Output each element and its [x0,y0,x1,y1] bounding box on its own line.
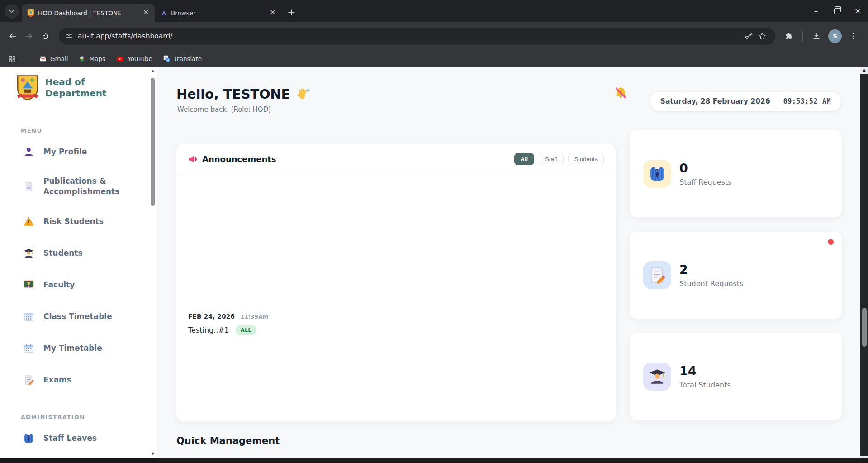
sidebar-scrollbar: ▲ ▼ [150,67,156,458]
browser-window: HOD Dashboard | TESTONE × Browser × + – … [0,0,868,463]
site-settings-icon[interactable] [65,32,73,40]
notifications-muted-bell-icon[interactable] [613,86,628,100]
announcements-title: Announcements [202,154,276,164]
scroll-down-icon[interactable]: ▼ [150,450,156,458]
datetime-divider [777,97,777,106]
warning-icon [24,216,34,227]
calendar-icon [24,311,34,322]
person-icon [24,147,34,157]
sidebar-item-my-timetable[interactable]: My Timetable [0,332,157,364]
bookmark-maps[interactable]: Maps [79,55,105,62]
sidebar-item-class-timetable[interactable]: Class Timetable [0,301,157,332]
tab-hod-dashboard[interactable]: HOD Dashboard | TESTONE × [22,4,155,22]
toolbar-actions: S [781,28,862,44]
student-requests-card[interactable]: 2 Student Requests [630,232,842,319]
downloads-icon[interactable] [808,28,825,44]
waving-hand-icon [295,87,309,101]
sidebar-item-my-profile[interactable]: My Profile [0,136,157,167]
datetime-display: Saturday, 28 February 2026 09:53:52 AM [650,91,841,111]
sidebar-item-publications[interactable]: Publications & Accomplishments [0,167,157,205]
page-scrollbar-thumb[interactable] [862,308,867,347]
restore-icon [834,8,840,14]
necktie-icon [643,160,671,188]
scroll-up-icon[interactable]: ▲ [860,67,868,74]
password-key-icon[interactable] [742,28,755,44]
spiral-calendar-icon [24,343,34,353]
sidebar-item-students[interactable]: Students [0,237,157,269]
tab-strip: HOD Dashboard | TESTONE × Browser × + – … [0,0,868,22]
total-students-count: 14 [679,364,731,378]
filter-students-button[interactable]: Students [568,153,604,165]
window-controls: – × [806,0,868,22]
browser-a-favicon [161,10,167,16]
close-button[interactable]: × [847,0,868,22]
announcements-list: FEB 24, 2026 11:39AM Testing..#1 ALL [176,174,616,335]
admin-section-label: ADMINISTRATION [21,414,157,420]
student-requests-count: 2 [679,263,743,277]
student-icon [24,248,34,258]
filter-all-button[interactable]: All [514,153,535,165]
memo-icon [24,375,34,385]
address-bar[interactable]: au-it.app/staffs/dashboard/ [59,28,775,45]
tab-search-button[interactable] [5,4,19,19]
sidebar-item-faculty[interactable]: Faculty [0,269,157,301]
bookmarks-bar: Gmail Maps YouTube Translate [0,51,868,67]
maps-icon [79,55,85,62]
reload-button[interactable] [37,28,53,44]
tab-close-icon[interactable]: × [268,9,277,18]
minimize-button[interactable]: – [806,0,826,22]
tab-close-icon[interactable]: × [142,9,151,18]
window-bottom-edge [0,458,868,463]
scroll-up-icon[interactable]: ▲ [150,67,156,75]
announcements-card: Announcements All Staff Students FEB 24,… [176,144,616,421]
page-scrollbar: ▲ ▼ [860,67,868,463]
sidebar-scrollbar-thumb[interactable] [151,78,155,206]
page-content: Head of Department MENU My Profile Publi… [0,67,868,463]
page-header: Hello, TESTONE [176,86,309,102]
back-button[interactable] [5,28,21,44]
quick-management-title: Quick Management [176,435,280,446]
menu-section-label: MENU [21,127,157,134]
sidebar-menu: My Profile Publications & Accomplishment… [0,136,157,396]
bookmark-gmail[interactable]: Gmail [39,55,68,62]
bookmark-star-icon[interactable] [755,28,769,44]
announcement-time: 11:39AM [240,313,268,320]
restore-button[interactable] [826,0,847,22]
announcements-header: Announcements All Staff Students [176,144,616,174]
tab-title: Browser [171,10,265,17]
graduate-icon [643,363,671,391]
gmail-icon [39,55,47,62]
url-text[interactable]: au-it.app/staffs/dashboard/ [78,32,742,40]
teacher-icon [24,280,34,290]
browser-toolbar: au-it.app/staffs/dashboard/ S [0,22,868,51]
document-icon [24,181,34,192]
total-students-card[interactable]: 14 Total Students [630,333,842,420]
meridiem: AM [822,97,831,105]
sidebar-item-exams[interactable]: Exams [0,364,157,396]
extensions-icon[interactable] [781,28,797,44]
toolbar-divider [802,31,803,41]
filter-staff-button[interactable]: Staff [539,153,564,165]
memo-pencil-icon [643,261,671,289]
total-students-label: Total Students [679,381,731,389]
page-subtitle: Welcome back. (Role: HOD) [177,105,271,114]
announcement-filters: All Staff Students [514,153,604,165]
announcement-item[interactable]: FEB 24, 2026 11:39AM Testing..#1 ALL [188,313,604,335]
tab-browser[interactable]: Browser × [155,4,282,22]
forward-button[interactable] [21,28,37,44]
megaphone-icon [188,154,198,164]
staff-requests-card[interactable]: 0 Staff Requests [630,130,842,217]
youtube-icon [116,55,124,62]
crest-favicon [27,9,34,17]
bookmark-youtube[interactable]: YouTube [116,55,152,62]
sidebar-item-staff-leaves[interactable]: Staff Leaves [0,422,157,454]
new-tab-button[interactable]: + [287,6,295,18]
menu-dots-icon[interactable] [845,28,862,44]
audience-badge: ALL [236,325,256,335]
staff-requests-label: Staff Requests [679,178,732,186]
bookmark-translate[interactable]: Translate [163,55,202,62]
sidebar-item-risk-students[interactable]: Risk Students [0,205,157,237]
announcement-title: Testing..#1 [188,326,229,334]
profile-avatar[interactable]: S [828,29,842,43]
apps-grid-icon[interactable] [7,51,17,67]
